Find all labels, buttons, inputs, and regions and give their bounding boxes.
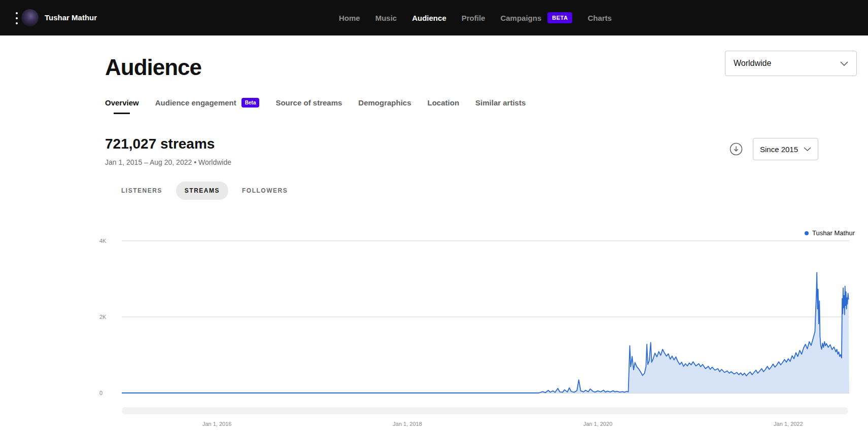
region-select-value: Worldwide bbox=[734, 59, 771, 68]
beta-badge: BETA bbox=[547, 12, 572, 23]
tab-similar-artists[interactable]: Similar artists bbox=[475, 98, 526, 114]
artist-name[interactable]: Tushar Mathur bbox=[45, 13, 97, 22]
x-axis-tick: Jan 1, 2022 bbox=[774, 421, 803, 427]
streams-total: 721,027 streams bbox=[105, 136, 215, 152]
nav-item-profile[interactable]: Profile bbox=[462, 14, 485, 22]
topbar: Tushar Mathur Home Music Audience Profil… bbox=[0, 0, 868, 35]
metric-toggle: LISTENERS STREAMS FOLLOWERS bbox=[113, 182, 296, 200]
download-button[interactable] bbox=[730, 142, 743, 156]
streams-area-chart[interactable] bbox=[122, 241, 849, 394]
period-select-dropdown[interactable]: Since 2015 bbox=[753, 138, 818, 160]
page-title: Audience bbox=[105, 55, 201, 80]
nav-item-campaigns[interactable]: Campaigns BETA bbox=[500, 12, 572, 23]
pill-streams[interactable]: STREAMS bbox=[176, 182, 228, 200]
nav-item-home[interactable]: Home bbox=[339, 14, 360, 22]
nav-item-audience[interactable]: Audience bbox=[412, 14, 446, 22]
y-axis-tick: 0 bbox=[99, 390, 117, 396]
legend-label: Tushar Mathur bbox=[812, 229, 855, 237]
chart-range-scrollbar[interactable] bbox=[122, 407, 848, 414]
artist-avatar[interactable] bbox=[21, 9, 39, 26]
x-axis-tick: Jan 1, 2016 bbox=[202, 421, 232, 427]
nav-item-charts[interactable]: Charts bbox=[587, 14, 612, 22]
tab-audience-engagement[interactable]: Audience engagement Beta bbox=[155, 98, 260, 115]
tab-overview[interactable]: Overview bbox=[105, 98, 139, 114]
date-range: Jan 1, 2015 – Aug 20, 2022 • Worldwide bbox=[105, 158, 231, 166]
chart-legend: Tushar Mathur bbox=[805, 229, 855, 237]
tab-demographics[interactable]: Demographics bbox=[358, 98, 411, 114]
pill-followers[interactable]: FOLLOWERS bbox=[233, 182, 296, 200]
chevron-down-icon bbox=[840, 61, 848, 66]
primary-nav: Home Music Audience Profile Campaigns BE… bbox=[339, 0, 612, 35]
download-icon bbox=[730, 142, 743, 156]
x-axis-tick: Jan 1, 2018 bbox=[393, 421, 422, 427]
period-select-value: Since 2015 bbox=[760, 145, 798, 154]
audience-tabs: Overview Audience engagement Beta Source… bbox=[105, 98, 526, 115]
tab-source-of-streams[interactable]: Source of streams bbox=[275, 98, 342, 114]
region-select-dropdown[interactable]: Worldwide bbox=[725, 51, 857, 76]
y-axis-tick: 2K bbox=[99, 314, 117, 320]
beta-badge: Beta bbox=[241, 98, 260, 107]
legend-dot-icon bbox=[805, 231, 809, 235]
pill-listeners[interactable]: LISTENERS bbox=[113, 182, 171, 200]
x-axis-tick: Jan 1, 2020 bbox=[583, 421, 613, 427]
y-axis-tick: 4K bbox=[99, 238, 117, 244]
nav-item-music[interactable]: Music bbox=[375, 14, 397, 22]
chevron-down-icon bbox=[804, 147, 811, 151]
tab-location[interactable]: Location bbox=[428, 98, 460, 114]
kebab-menu-icon[interactable] bbox=[13, 12, 20, 24]
